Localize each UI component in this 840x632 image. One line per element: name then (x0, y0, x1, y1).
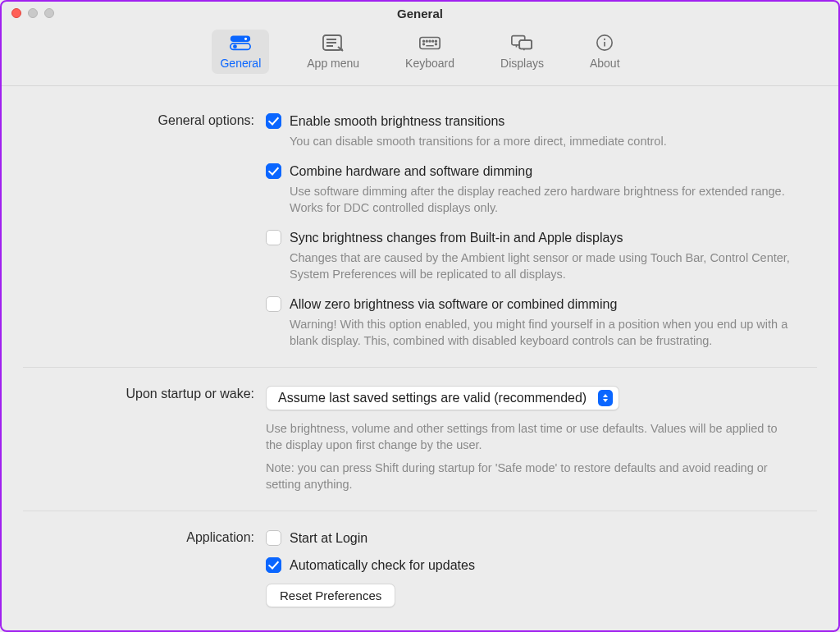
option-label: Enable smooth brightness transitions (290, 112, 504, 130)
section-label: Application: (23, 529, 266, 607)
chevron-up-down-icon (598, 390, 613, 406)
option-description: Use software dimming after the display r… (290, 183, 815, 216)
svg-point-23 (604, 39, 605, 40)
svg-point-10 (426, 40, 427, 42)
section-startup: Upon startup or wake: Assume last saved … (23, 382, 817, 511)
checkbox-sync-brightness[interactable] (266, 230, 281, 245)
svg-rect-18 (520, 40, 532, 48)
startup-behavior-select[interactable]: Assume last saved settings are valid (re… (266, 386, 619, 410)
svg-point-15 (436, 44, 437, 45)
toggle-icon (228, 34, 253, 52)
option-description: Note: you can press Shift during startup… (266, 460, 791, 492)
svg-rect-8 (420, 37, 440, 48)
option-description: Warning! With this option enabled, you m… (290, 316, 815, 349)
option-description: Use brightness, volume and other setting… (266, 420, 791, 453)
content-area: General options: Enable smooth brightnes… (2, 86, 838, 632)
option-label: Automatically check for updates (290, 556, 475, 574)
tab-label: App menu (307, 57, 359, 70)
svg-point-12 (432, 40, 434, 42)
option-label: Combine hardware and software dimming (290, 163, 532, 180)
tab-label: About (590, 57, 620, 70)
checkbox-smooth-transitions[interactable] (266, 113, 281, 129)
tab-general[interactable]: General (212, 30, 269, 74)
window-title: General (2, 7, 838, 21)
tab-label: General (220, 57, 261, 70)
option-description: Changes that are caused by the Ambient l… (290, 250, 815, 282)
checkbox-combine-dimming[interactable] (266, 163, 281, 179)
titlebar: General (2, 2, 838, 25)
checkbox-start-at-login[interactable] (266, 530, 281, 546)
section-label: General options: (23, 112, 266, 352)
tab-label: Keyboard (405, 57, 454, 70)
select-value: Assume last saved settings are valid (re… (278, 391, 587, 405)
option-label: Sync brightness changes from Built-in an… (290, 229, 623, 246)
option-description: You can disable smooth transitions for a… (290, 133, 815, 149)
svg-point-11 (429, 40, 431, 42)
displays-icon (509, 34, 534, 52)
tab-label: Displays (500, 57, 544, 70)
svg-point-9 (423, 40, 425, 42)
checkbox-check-updates[interactable] (266, 557, 281, 573)
section-general-options: General options: Enable smooth brightnes… (23, 109, 817, 368)
tab-about[interactable]: About (582, 30, 628, 74)
tab-app-menu[interactable]: App menu (299, 30, 368, 74)
svg-point-3 (233, 44, 237, 48)
svg-point-13 (436, 40, 437, 42)
keyboard-icon (418, 34, 442, 52)
option-label: Allow zero brightness via software or co… (290, 295, 617, 313)
preferences-toolbar: General App menu Keyboard (2, 25, 838, 86)
section-application: Application: Start at Login Automaticall… (23, 526, 817, 622)
tab-displays[interactable]: Displays (492, 30, 552, 74)
svg-point-14 (423, 44, 425, 45)
option-label: Start at Login (290, 529, 368, 547)
reset-preferences-button[interactable]: Reset Preferences (266, 584, 395, 607)
checkbox-allow-zero-brightness[interactable] (266, 296, 281, 312)
menu-icon (321, 34, 345, 52)
tab-keyboard[interactable]: Keyboard (397, 30, 463, 74)
svg-point-1 (244, 37, 248, 41)
info-icon (592, 34, 617, 52)
section-label: Upon startup or wake: (23, 386, 266, 496)
